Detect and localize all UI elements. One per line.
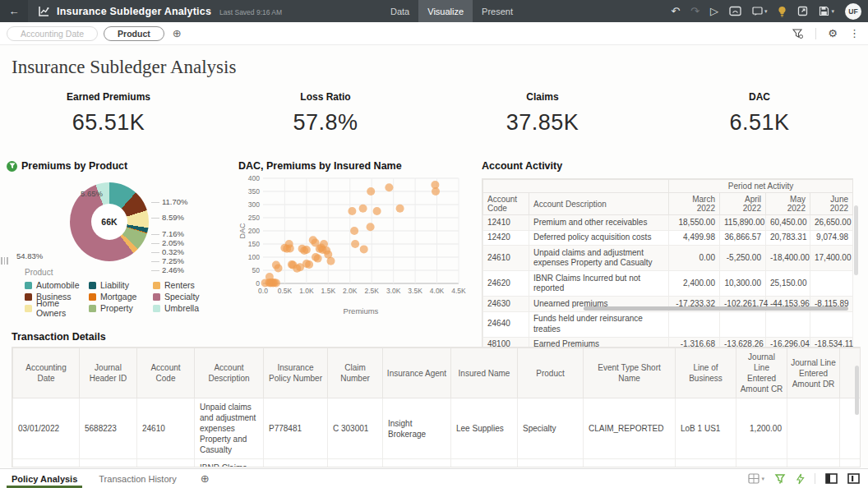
- tab-present[interactable]: Present: [473, 0, 522, 22]
- scatter-point[interactable]: [350, 227, 358, 235]
- table-row[interactable]: 12410Premium and other receivables18,550…: [483, 215, 853, 231]
- tab-visualize[interactable]: Visualize: [418, 0, 473, 22]
- vertical-scrollbar[interactable]: [854, 205, 858, 275]
- kpi-dac[interactable]: DAC 6.51K: [651, 91, 868, 136]
- user-avatar[interactable]: UF: [845, 3, 861, 20]
- table-row[interactable]: 03/01/2022568822324610Unpaid claims and …: [13, 398, 861, 459]
- kpi-label: Earned Premiums: [0, 91, 217, 103]
- kpi-loss-ratio[interactable]: Loss Ratio 57.8%: [217, 91, 434, 136]
- slice-pct-label: 5.65%: [81, 189, 103, 198]
- legend-item[interactable]: Home Owners: [25, 302, 89, 314]
- scatter-point[interactable]: [367, 223, 375, 231]
- scatter-point[interactable]: [359, 205, 367, 213]
- canvas-settings-gear-icon[interactable]: ⚙: [828, 27, 838, 39]
- filter-product[interactable]: Product: [104, 26, 164, 41]
- column-header: June 2022: [810, 193, 853, 215]
- kpi-value: 57.8%: [217, 110, 434, 136]
- svg-text:50: 50: [252, 266, 261, 274]
- legend-item[interactable]: Renters: [153, 279, 217, 291]
- add-canvas-icon[interactable]: ⊕: [201, 472, 210, 485]
- legend-item[interactable]: Automobile: [25, 279, 89, 291]
- legend-swatch: [25, 282, 32, 289]
- svg-text:100: 100: [248, 253, 260, 261]
- scatter-point[interactable]: [351, 240, 359, 248]
- export-open-icon[interactable]: [797, 6, 808, 16]
- scatter-point[interactable]: [327, 257, 335, 265]
- filter-funnel-icon[interactable]: [792, 28, 804, 39]
- scatter-point[interactable]: [385, 183, 393, 191]
- table-row[interactable]: 24620IBNR Claims Incurred but not report…: [483, 271, 853, 297]
- table-row[interactable]: 12420Deferred policy acquisition costs4,…: [483, 230, 853, 246]
- table-row[interactable]: 03/01/2022568822324620IBNR Claims Incurr…: [13, 459, 861, 468]
- topbar-actions: ↶ ↷ ▷ ▾ ▾ UF: [671, 0, 861, 22]
- table-cell: Specialty: [518, 459, 584, 468]
- table-cell: IBNR Claims Incurred but not reported: [195, 459, 264, 468]
- svg-text:0.0: 0.0: [258, 287, 268, 295]
- legend-item[interactable]: Liability: [89, 279, 153, 291]
- column-header: Journal Line Entered Amount DR: [787, 348, 840, 398]
- tab-data[interactable]: Data: [381, 0, 418, 22]
- bottom-bar-actions: ▾: [748, 473, 860, 485]
- table-cell: 4,499.98: [669, 230, 720, 246]
- left-panel-toggle-icon[interactable]: [825, 473, 838, 484]
- legend-label: Specialty: [164, 292, 200, 302]
- canvas-layout-icon[interactable]: ▾: [748, 473, 764, 484]
- scatter-point[interactable]: [305, 260, 313, 269]
- scatter-point[interactable]: [432, 187, 440, 196]
- scatter-point[interactable]: [360, 245, 368, 253]
- comments-icon[interactable]: ▾: [752, 7, 768, 16]
- legend-swatch: [89, 293, 96, 301]
- scatter-point[interactable]: [302, 246, 311, 254]
- scatter-point[interactable]: [275, 264, 283, 272]
- horizontal-scrollbar[interactable]: [584, 306, 848, 311]
- vertical-scrollbar[interactable]: [855, 366, 859, 415]
- scatter-point[interactable]: [396, 205, 404, 213]
- chart-filter-badge-icon[interactable]: [7, 161, 17, 172]
- table-cell: 1,200.00: [736, 398, 787, 459]
- data-refresh-icon[interactable]: [774, 473, 786, 485]
- workbook-title: Insurance Subledger Analytics: [57, 6, 211, 17]
- scatter-point[interactable]: [286, 244, 294, 252]
- table-row[interactable]: 24610Unpaid claims and adjustment expens…: [483, 246, 853, 271]
- scatter-point[interactable]: [314, 255, 322, 263]
- kpi-claims[interactable]: Claims 37.85K: [434, 91, 651, 136]
- save-icon[interactable]: ▾: [819, 6, 834, 16]
- back-button[interactable]: ←: [0, 0, 28, 22]
- scatter-point[interactable]: [265, 273, 274, 281]
- scatter-point[interactable]: [272, 279, 280, 287]
- premiums-by-product-chart: Premiums by Product 66K 11.70%8.59%7.16%…: [7, 160, 235, 329]
- add-filter-icon[interactable]: ⊕: [173, 27, 182, 39]
- table-cell: 26,650.00: [810, 215, 853, 231]
- table-cell: [840, 459, 861, 468]
- column-header: Account Description: [195, 348, 264, 398]
- right-panel-toggle-icon[interactable]: [847, 473, 860, 484]
- dashboard-canvas: Insurance Subledger Analysis Earned Prem…: [0, 45, 868, 468]
- filter-bar: Accounting Date Product ⊕ ⚙ ⋮: [0, 22, 868, 45]
- column-header: Journal Header ID: [80, 348, 137, 398]
- scatter-point[interactable]: [373, 207, 381, 215]
- legend-item[interactable]: Specialty: [153, 291, 217, 302]
- scatter-point[interactable]: [348, 207, 356, 215]
- table-cell: 2,400.00: [669, 271, 720, 297]
- canvas-tab-transaction-history[interactable]: Transaction History: [99, 469, 176, 488]
- insights-lightbulb-icon[interactable]: [778, 6, 787, 17]
- preview-play-icon[interactable]: ▷: [710, 6, 718, 16]
- filter-accounting-date[interactable]: Accounting Date: [7, 26, 98, 41]
- kpi-earned-premiums[interactable]: Earned Premiums 65.51K: [0, 91, 217, 136]
- auto-apply-spark-icon[interactable]: [796, 473, 805, 485]
- legend-item[interactable]: Umbrella: [153, 302, 217, 314]
- top-bar: ← Insurance Subledger Analytics Last Sav…: [0, 0, 868, 22]
- undo-icon[interactable]: ↶: [671, 6, 680, 16]
- table-cell: 17,400.00: [810, 246, 853, 271]
- kebab-menu-icon[interactable]: ⋮: [849, 27, 860, 39]
- legend-item[interactable]: Mortgage: [89, 291, 153, 302]
- donut-center-total: 66K: [91, 204, 127, 240]
- kpi-label: DAC: [651, 91, 868, 103]
- chart-title: DAC, Premiums by Insured Name: [238, 160, 470, 172]
- canvas-tab-policy-analysis[interactable]: Policy Analysis: [12, 469, 77, 488]
- redo-icon[interactable]: ↷: [690, 6, 699, 16]
- scatter-point[interactable]: [367, 187, 375, 196]
- legend-item[interactable]: Property: [89, 302, 153, 314]
- present-screen-icon[interactable]: [729, 6, 741, 16]
- table-cell: Unpaid claims and adjustment expenses Pr…: [529, 246, 669, 271]
